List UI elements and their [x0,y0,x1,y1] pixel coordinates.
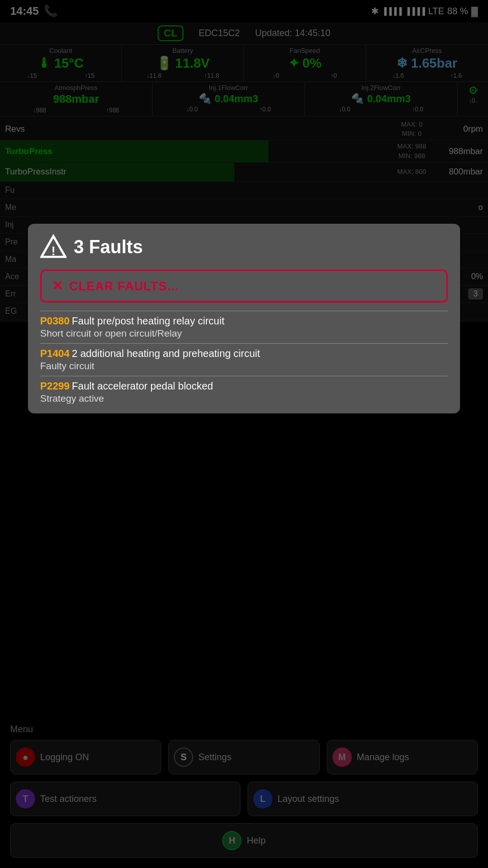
warning-triangle-icon: ! [40,234,67,260]
fault-item-1: P1404 2 additional heating and preheatin… [40,343,448,376]
modal-title-row: ! 3 Faults [40,234,448,260]
fault-modal: ! 3 Faults ✕ CLEAR FAULTS... P0380 Fault… [28,224,460,413]
modal-title: 3 Faults [74,236,143,258]
clear-faults-label: CLEAR FAULTS... [69,279,179,293]
fault-item-2: P2299 Fault accelerator pedal blocked St… [40,376,448,408]
clear-faults-button[interactable]: ✕ CLEAR FAULTS... [40,270,448,303]
svg-text:!: ! [51,244,55,258]
x-icon: ✕ [52,278,63,294]
modal-overlay [0,0,488,868]
fault-item-0: P0380 Fault pre/post heating relay circu… [40,311,448,343]
